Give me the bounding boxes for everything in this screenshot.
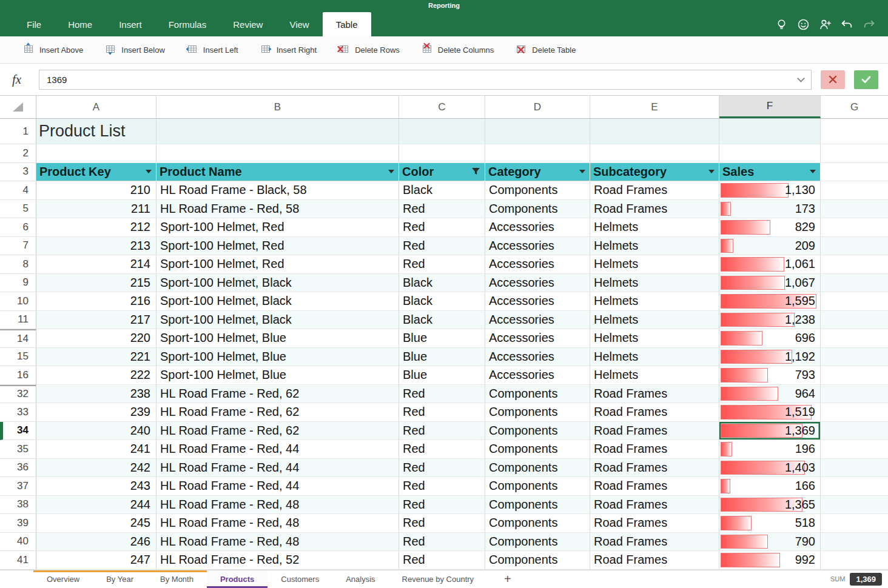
cell-G8[interactable] bbox=[821, 255, 888, 274]
row-header-6[interactable]: 6 bbox=[0, 218, 36, 237]
cell-C10[interactable]: Black bbox=[399, 292, 485, 311]
cell-A41[interactable]: 247 bbox=[36, 551, 156, 570]
table-header-product-key[interactable]: Product Key bbox=[36, 163, 156, 182]
table-header-sales[interactable]: Sales bbox=[719, 163, 821, 182]
cell-A32[interactable]: 238 bbox=[36, 385, 156, 404]
cell-G4[interactable] bbox=[821, 181, 888, 200]
cell-C33[interactable]: Red bbox=[399, 403, 485, 422]
cell-E36[interactable]: Road Frames bbox=[590, 459, 719, 478]
cell-B9[interactable]: Sport-100 Helmet, Black bbox=[156, 274, 399, 293]
table-header-subcategory[interactable]: Subcategory bbox=[590, 163, 719, 182]
redo-icon[interactable] bbox=[861, 17, 876, 32]
sheet-tab-overview[interactable]: Overview bbox=[33, 570, 93, 588]
cell-G37[interactable] bbox=[821, 477, 888, 496]
cell-B40[interactable]: HL Road Frame - Red, 48 bbox=[156, 533, 399, 552]
cell-D34[interactable]: Components bbox=[485, 422, 590, 441]
cell-G10[interactable] bbox=[821, 292, 888, 311]
sheet-tab-customers[interactable]: Customers bbox=[267, 570, 332, 588]
insert-left-button[interactable]: Insert Left bbox=[178, 39, 246, 61]
cell-G35[interactable] bbox=[821, 440, 888, 459]
cell-D2[interactable] bbox=[485, 144, 590, 163]
cell-F1[interactable] bbox=[719, 119, 821, 144]
column-header-F[interactable]: F bbox=[719, 96, 821, 118]
insert-below-button[interactable]: Insert Below bbox=[96, 39, 172, 61]
person-add-icon[interactable] bbox=[818, 17, 832, 32]
cell-F40[interactable]: 790 bbox=[719, 533, 821, 552]
cell-E10[interactable]: Helmets bbox=[590, 292, 719, 311]
cancel-entry-button[interactable] bbox=[821, 70, 845, 89]
sheet-tab-analysis[interactable]: Analysis bbox=[332, 570, 388, 588]
cell-B15[interactable]: Sport-100 Helmet, Blue bbox=[156, 348, 399, 367]
cell-B6[interactable]: Sport-100 Helmet, Red bbox=[156, 218, 399, 237]
cell-B10[interactable]: Sport-100 Helmet, Black bbox=[156, 292, 399, 311]
cell-G40[interactable] bbox=[821, 533, 888, 552]
row-header-14[interactable]: 14 bbox=[0, 329, 36, 348]
cell-A16[interactable]: 222 bbox=[36, 366, 156, 385]
lightbulb-icon[interactable] bbox=[774, 17, 789, 32]
column-header-E[interactable]: E bbox=[590, 96, 719, 118]
cell-D33[interactable]: Components bbox=[485, 403, 590, 422]
cell-B16[interactable]: Sport-100 Helmet, Blue bbox=[156, 366, 399, 385]
cell-D11[interactable]: Accessories bbox=[485, 311, 590, 330]
sum-value-badge[interactable]: 1,369 bbox=[850, 573, 882, 586]
cell-B37[interactable]: HL Road Frame - Red, 44 bbox=[156, 477, 399, 496]
cell-E39[interactable]: Road Frames bbox=[590, 514, 719, 533]
cell-C39[interactable]: Red bbox=[399, 514, 485, 533]
cell-F11[interactable]: 1,238 bbox=[719, 311, 821, 330]
ribbon-tab-view[interactable]: View bbox=[276, 12, 322, 36]
cell-D35[interactable]: Components bbox=[485, 440, 590, 459]
cell-F14[interactable]: 696 bbox=[719, 329, 821, 348]
cell-E40[interactable]: Road Frames bbox=[590, 533, 719, 552]
cell-C40[interactable]: Red bbox=[399, 533, 485, 552]
row-header-37[interactable]: 37 bbox=[0, 477, 36, 496]
cell-E7[interactable]: Helmets bbox=[590, 237, 719, 256]
row-header-16[interactable]: 16 bbox=[0, 366, 36, 385]
cell-G5[interactable] bbox=[821, 200, 888, 219]
cell-A35[interactable]: 241 bbox=[36, 440, 156, 459]
cell-A34[interactable]: 240 bbox=[36, 422, 156, 441]
cell-D8[interactable]: Accessories bbox=[485, 255, 590, 274]
row-header-33[interactable]: 33 bbox=[0, 403, 36, 422]
sheet-tab-products[interactable]: Products bbox=[207, 570, 267, 588]
cell-A38[interactable]: 244 bbox=[36, 496, 156, 515]
confirm-entry-button[interactable] bbox=[854, 70, 878, 89]
table-header-product-name[interactable]: Product Name bbox=[156, 163, 399, 182]
cell-E4[interactable]: Road Frames bbox=[590, 181, 719, 200]
cell-D9[interactable]: Accessories bbox=[485, 274, 590, 293]
cell-A40[interactable]: 246 bbox=[36, 533, 156, 552]
cell-F35[interactable]: 196 bbox=[719, 440, 821, 459]
cell-F41[interactable]: 992 bbox=[719, 551, 821, 570]
filter-dropdown-icon[interactable] bbox=[388, 170, 394, 173]
delete-columns-button[interactable]: Delete Columns bbox=[413, 39, 502, 61]
cell-C35[interactable]: Red bbox=[399, 440, 485, 459]
cell-G39[interactable] bbox=[821, 514, 888, 533]
cell-A8[interactable]: 214 bbox=[36, 255, 156, 274]
filter-funnel-icon[interactable] bbox=[471, 165, 480, 179]
cell-B34[interactable]: HL Road Frame - Red, 62 bbox=[156, 422, 399, 441]
cell-D37[interactable]: Components bbox=[485, 477, 590, 496]
cell-E35[interactable]: Road Frames bbox=[590, 440, 719, 459]
cell-D14[interactable]: Accessories bbox=[485, 329, 590, 348]
cell-G32[interactable] bbox=[821, 385, 888, 404]
ribbon-tab-insert[interactable]: Insert bbox=[106, 12, 155, 36]
cell-B38[interactable]: HL Road Frame - Red, 48 bbox=[156, 496, 399, 515]
cell-F5[interactable]: 173 bbox=[719, 200, 821, 219]
cell-E9[interactable]: Helmets bbox=[590, 274, 719, 293]
cell-C37[interactable]: Red bbox=[399, 477, 485, 496]
cell-F39[interactable]: 518 bbox=[719, 514, 821, 533]
cell-A15[interactable]: 221 bbox=[36, 348, 156, 367]
cell-E15[interactable]: Helmets bbox=[590, 348, 719, 367]
cell-E37[interactable]: Road Frames bbox=[590, 477, 719, 496]
cell-A1[interactable]: Product List bbox=[36, 119, 156, 144]
cell-E16[interactable]: Helmets bbox=[590, 366, 719, 385]
cell-B4[interactable]: HL Road Frame - Black, 58 bbox=[156, 181, 399, 200]
cell-A4[interactable]: 210 bbox=[36, 181, 156, 200]
row-header-35[interactable]: 35 bbox=[0, 440, 36, 459]
cell-A36[interactable]: 242 bbox=[36, 459, 156, 478]
cell-C15[interactable]: Blue bbox=[399, 348, 485, 367]
ribbon-tab-table[interactable]: Table bbox=[323, 12, 371, 36]
cell-D38[interactable]: Components bbox=[485, 496, 590, 515]
row-header-40[interactable]: 40 bbox=[0, 533, 36, 552]
cell-F9[interactable]: 1,067 bbox=[719, 274, 821, 293]
cell-B8[interactable]: Sport-100 Helmet, Red bbox=[156, 255, 399, 274]
